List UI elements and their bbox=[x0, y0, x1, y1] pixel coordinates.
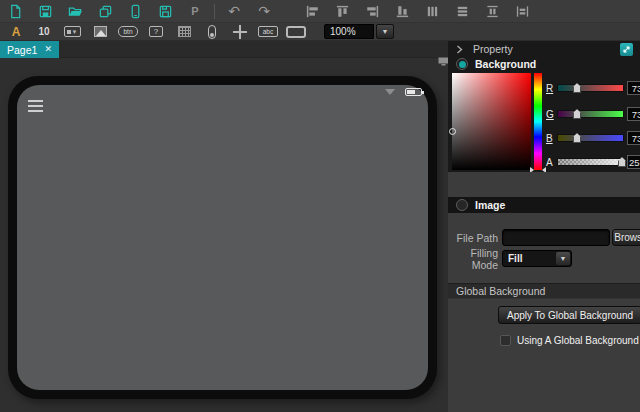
file-path-input[interactable] bbox=[502, 229, 610, 246]
blue-channel-row: B bbox=[546, 131, 640, 145]
distribute-horizontal-button[interactable] bbox=[417, 1, 447, 22]
align-top-button[interactable] bbox=[327, 1, 357, 22]
redo-icon: ↷ bbox=[258, 4, 270, 18]
checkbox-widget-button[interactable]: ? bbox=[142, 24, 170, 40]
device-screen[interactable] bbox=[17, 85, 428, 390]
green-slider[interactable] bbox=[557, 110, 624, 118]
zoom-control: ▼ bbox=[324, 24, 394, 39]
align-right-button[interactable] bbox=[357, 1, 387, 22]
blue-slider[interactable] bbox=[557, 134, 624, 142]
slider-widget-button[interactable] bbox=[226, 24, 254, 40]
tab-label: Page1 bbox=[7, 44, 37, 56]
digital-label-widget-button[interactable]: 10 bbox=[30, 24, 58, 40]
equal-vertical-spacing-button[interactable] bbox=[477, 1, 507, 22]
red-slider[interactable] bbox=[557, 84, 624, 92]
duplicate-screen-button[interactable] bbox=[90, 1, 120, 22]
filling-mode-select[interactable]: Fill ▼ bbox=[502, 250, 572, 267]
blue-slider-handle[interactable] bbox=[573, 133, 581, 143]
toggle-widget-icon bbox=[208, 25, 216, 39]
distribute-vertical-icon bbox=[455, 4, 470, 19]
export-button[interactable] bbox=[150, 1, 180, 22]
section-gap bbox=[448, 172, 640, 197]
new-file-button[interactable] bbox=[0, 1, 30, 22]
save-button[interactable] bbox=[30, 1, 60, 22]
align-bottom-button[interactable] bbox=[387, 1, 417, 22]
image-radio-row: Image bbox=[456, 199, 505, 211]
color-saturation-square[interactable] bbox=[452, 73, 531, 170]
button-widget-icon: btn bbox=[118, 26, 138, 37]
alpha-channel-row: A bbox=[546, 155, 640, 169]
save-icon bbox=[38, 4, 53, 19]
undo-icon: ↶ bbox=[228, 4, 240, 18]
alpha-slider-handle[interactable] bbox=[618, 157, 626, 167]
tab-page1[interactable]: Page1 ✕ bbox=[0, 41, 59, 58]
button-widget-button[interactable]: btn bbox=[114, 24, 142, 40]
red-channel-row: R bbox=[546, 81, 640, 95]
preview-p-icon: P bbox=[191, 5, 198, 17]
property-panel: Property Background R 73 G bbox=[448, 41, 640, 412]
equal-horizontal-spacing-button[interactable] bbox=[507, 1, 537, 22]
color-cursor[interactable] bbox=[449, 128, 456, 135]
panel-expand-button[interactable] bbox=[620, 43, 633, 56]
align-bottom-icon bbox=[395, 4, 410, 19]
container-widget-button[interactable] bbox=[282, 24, 310, 40]
undo-button[interactable]: ↶ bbox=[219, 1, 249, 22]
filling-mode-arrow-icon[interactable]: ▼ bbox=[556, 252, 570, 265]
global-background-checkbox[interactable] bbox=[500, 335, 511, 346]
label-widget-button[interactable]: A bbox=[2, 24, 30, 40]
green-value-box[interactable]: 73 bbox=[627, 107, 640, 121]
alpha-value-box[interactable]: 255 bbox=[627, 155, 640, 169]
diagonal-arrows-icon bbox=[622, 45, 631, 54]
equal-horizontal-spacing-icon bbox=[515, 4, 530, 19]
global-background-checkbox-row: Using A Global Background bbox=[500, 335, 639, 346]
device-button[interactable] bbox=[120, 1, 150, 22]
redo-button[interactable]: ↷ bbox=[249, 1, 279, 22]
filling-mode-value: Fill bbox=[503, 253, 522, 264]
tab-bar: Page1 ✕ bbox=[0, 41, 448, 58]
background-radio-row: Background bbox=[456, 58, 536, 70]
global-background-title: Global Background bbox=[456, 285, 545, 297]
new-file-icon bbox=[8, 4, 23, 19]
digital-label-widget-icon: 10 bbox=[38, 26, 49, 37]
red-channel-label: R bbox=[546, 83, 557, 94]
distribute-horizontal-icon bbox=[425, 4, 440, 19]
toggle-widget-button[interactable] bbox=[198, 24, 226, 40]
table-widget-button[interactable] bbox=[170, 24, 198, 40]
alpha-slider[interactable] bbox=[557, 158, 624, 166]
combobox-widget-button[interactable]: ▼ bbox=[58, 24, 86, 40]
hue-bar[interactable] bbox=[534, 73, 542, 170]
file-path-label: File Path bbox=[448, 232, 498, 244]
browse-button[interactable]: Browse bbox=[612, 229, 640, 246]
apply-global-background-button[interactable]: Apply To Global Background bbox=[498, 306, 640, 324]
container-widget-icon bbox=[286, 26, 306, 38]
hamburger-menu-icon[interactable] bbox=[28, 100, 43, 115]
textbox-widget-icon: abc bbox=[258, 26, 278, 37]
app-window: P ↶ ↷ bbox=[0, 0, 640, 412]
green-slider-handle[interactable] bbox=[573, 109, 581, 119]
device-frame bbox=[8, 76, 437, 399]
distribute-vertical-button[interactable] bbox=[447, 1, 477, 22]
open-folder-icon bbox=[68, 4, 83, 19]
tab-close-icon[interactable]: ✕ bbox=[44, 45, 52, 54]
blue-value-box[interactable]: 73 bbox=[627, 131, 640, 145]
design-canvas[interactable] bbox=[0, 58, 448, 412]
image-widget-icon bbox=[94, 26, 107, 37]
image-widget-button[interactable] bbox=[86, 24, 114, 40]
red-slider-handle[interactable] bbox=[573, 83, 581, 93]
textbox-widget-button[interactable]: abc bbox=[254, 24, 282, 40]
open-button[interactable] bbox=[60, 1, 90, 22]
image-radio[interactable] bbox=[456, 199, 468, 211]
duplicate-icon bbox=[98, 4, 113, 19]
chevron-right-icon[interactable] bbox=[456, 40, 463, 58]
background-label: Background bbox=[475, 58, 536, 70]
preview-button[interactable]: P bbox=[180, 1, 210, 22]
combobox-widget-icon: ▼ bbox=[64, 26, 81, 37]
align-left-button[interactable] bbox=[297, 1, 327, 22]
zoom-dropdown-button[interactable]: ▼ bbox=[376, 24, 394, 39]
save-as-icon bbox=[158, 4, 173, 19]
align-top-icon bbox=[335, 4, 350, 19]
red-value-box[interactable]: 73 bbox=[627, 81, 640, 95]
zoom-level-input[interactable] bbox=[324, 24, 374, 39]
align-right-icon bbox=[365, 4, 380, 19]
background-radio[interactable] bbox=[456, 58, 468, 70]
